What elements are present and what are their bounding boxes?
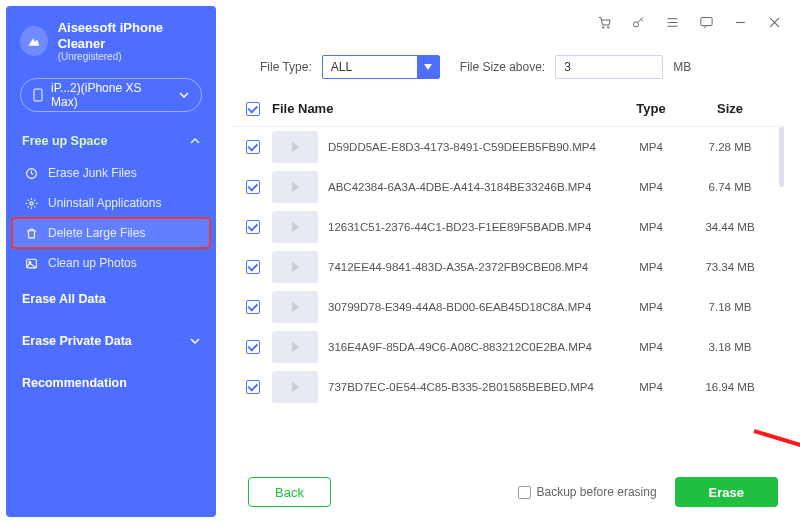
backup-checkbox[interactable]: Backup before erasing bbox=[518, 485, 657, 499]
file-size: 3.18 MB bbox=[686, 341, 774, 353]
feedback-icon[interactable] bbox=[698, 14, 714, 30]
file-size: 7.28 MB bbox=[686, 141, 774, 153]
row-checkbox[interactable] bbox=[246, 340, 260, 354]
row-checkbox[interactable] bbox=[246, 220, 260, 234]
scrollbar[interactable] bbox=[779, 127, 784, 187]
file-type: MP4 bbox=[616, 261, 686, 273]
table-header: File Name Type Size bbox=[230, 93, 786, 127]
window-controls bbox=[596, 14, 782, 30]
file-list: D59DD5AE-E8D3-4173-8491-C59DEEB5FB90.MP4… bbox=[230, 127, 786, 437]
table-row[interactable]: 30799D78-E349-44A8-BD00-6EAB45D18C8A.MP4… bbox=[230, 287, 786, 327]
trash-icon bbox=[24, 226, 38, 240]
image-icon bbox=[24, 256, 38, 270]
file-size-unit: MB bbox=[673, 60, 691, 74]
file-type: MP4 bbox=[616, 181, 686, 193]
row-checkbox[interactable] bbox=[246, 180, 260, 194]
file-type-label: File Type: bbox=[260, 60, 312, 74]
clock-icon bbox=[24, 166, 38, 180]
filter-bar: File Type: ALL File Size above: MB bbox=[230, 55, 786, 79]
close-icon[interactable] bbox=[766, 14, 782, 30]
section-free-up-space[interactable]: Free up Space bbox=[6, 124, 216, 158]
nav-recommendation[interactable]: Recommendation bbox=[6, 362, 216, 404]
row-checkbox[interactable] bbox=[246, 260, 260, 274]
video-thumbnail bbox=[272, 371, 318, 403]
sidebar: Aiseesoft iPhone Cleaner (Unregistered) … bbox=[6, 6, 216, 517]
nav-erase-all-data[interactable]: Erase All Data bbox=[6, 278, 216, 320]
nav-clean-up-photos[interactable]: Clean up Photos bbox=[6, 248, 216, 278]
file-size: 7.18 MB bbox=[686, 301, 774, 313]
menu-icon[interactable] bbox=[664, 14, 680, 30]
video-thumbnail bbox=[272, 131, 318, 163]
file-type: MP4 bbox=[616, 221, 686, 233]
device-label: iP...2)(iPhone XS Max) bbox=[51, 81, 171, 109]
minimize-icon[interactable] bbox=[732, 14, 748, 30]
row-checkbox[interactable] bbox=[246, 140, 260, 154]
table-row[interactable]: 7412EE44-9841-483D-A35A-2372FB9CBE08.MP4… bbox=[230, 247, 786, 287]
table-row[interactable]: 737BD7EC-0E54-4C85-B335-2B01585BEBED.MP4… bbox=[230, 367, 786, 407]
file-type: MP4 bbox=[616, 301, 686, 313]
key-icon[interactable] bbox=[630, 14, 646, 30]
svg-point-5 bbox=[602, 26, 604, 28]
file-name: 30799D78-E349-44A8-BD00-6EAB45D18C8A.MP4 bbox=[328, 301, 591, 313]
file-size: 6.74 MB bbox=[686, 181, 774, 193]
file-size: 16.94 MB bbox=[686, 381, 774, 393]
header-type: Type bbox=[616, 101, 686, 116]
checkbox-icon bbox=[518, 486, 531, 499]
file-size-label: File Size above: bbox=[460, 60, 545, 74]
footer-bar: Back Backup before erasing Erase bbox=[230, 477, 786, 507]
chevron-up-icon bbox=[190, 138, 200, 144]
file-name: 737BD7EC-0E54-4C85-B335-2B01585BEBED.MP4 bbox=[328, 381, 594, 393]
header-size: Size bbox=[686, 101, 774, 116]
header-filename: File Name bbox=[270, 101, 616, 116]
nav-erase-junk-files[interactable]: Erase Junk Files bbox=[6, 158, 216, 188]
nav-erase-private-data[interactable]: Erase Private Data bbox=[6, 320, 216, 362]
svg-rect-8 bbox=[700, 17, 711, 25]
main-panel: File Type: ALL File Size above: MB File … bbox=[230, 55, 786, 511]
app-subtitle: (Unregistered) bbox=[58, 51, 202, 62]
file-type-select[interactable]: ALL bbox=[322, 55, 440, 79]
nav-uninstall-applications[interactable]: Uninstall Applications bbox=[6, 188, 216, 218]
nav-delete-large-files[interactable]: Delete Large Files bbox=[12, 218, 210, 248]
svg-point-2 bbox=[29, 202, 32, 205]
chevron-down-icon bbox=[190, 338, 200, 344]
file-size-input[interactable] bbox=[555, 55, 663, 79]
file-name: 7412EE44-9841-483D-A35A-2372FB9CBE08.MP4 bbox=[328, 261, 588, 273]
table-row[interactable]: 12631C51-2376-44C1-BD23-F1EE89F5BADB.MP4… bbox=[230, 207, 786, 247]
gear-icon bbox=[24, 196, 38, 210]
select-all-checkbox[interactable] bbox=[246, 102, 260, 116]
video-thumbnail bbox=[272, 211, 318, 243]
video-thumbnail bbox=[272, 331, 318, 363]
file-type: MP4 bbox=[616, 341, 686, 353]
svg-rect-0 bbox=[34, 89, 42, 101]
video-thumbnail bbox=[272, 251, 318, 283]
app-title: Aiseesoft iPhone Cleaner bbox=[58, 20, 202, 51]
device-selector[interactable]: iP...2)(iPhone XS Max) bbox=[20, 78, 202, 112]
file-name: D59DD5AE-E8D3-4173-8491-C59DEEB5FB90.MP4 bbox=[328, 141, 596, 153]
video-thumbnail bbox=[272, 171, 318, 203]
file-type: MP4 bbox=[616, 141, 686, 153]
svg-line-10 bbox=[754, 431, 800, 471]
brand: Aiseesoft iPhone Cleaner (Unregistered) bbox=[6, 6, 216, 66]
app-icon bbox=[20, 26, 48, 56]
cart-icon[interactable] bbox=[596, 14, 612, 30]
back-button[interactable]: Back bbox=[248, 477, 331, 507]
file-name: 12631C51-2376-44C1-BD23-F1EE89F5BADB.MP4 bbox=[328, 221, 591, 233]
table-row[interactable]: ABC42384-6A3A-4DBE-A414-3184BE33246B.MP4… bbox=[230, 167, 786, 207]
file-name: 316E4A9F-85DA-49C6-A08C-883212C0E2BA.MP4 bbox=[328, 341, 592, 353]
erase-button[interactable]: Erase bbox=[675, 477, 778, 507]
file-size: 73.34 MB bbox=[686, 261, 774, 273]
dropdown-icon bbox=[417, 56, 439, 78]
file-name: ABC42384-6A3A-4DBE-A414-3184BE33246B.MP4 bbox=[328, 181, 591, 193]
table-row[interactable]: 316E4A9F-85DA-49C6-A08C-883212C0E2BA.MP4… bbox=[230, 327, 786, 367]
file-type: MP4 bbox=[616, 381, 686, 393]
table-row[interactable]: D59DD5AE-E8D3-4173-8491-C59DEEB5FB90.MP4… bbox=[230, 127, 786, 167]
svg-point-6 bbox=[607, 26, 609, 28]
row-checkbox[interactable] bbox=[246, 380, 260, 394]
svg-point-7 bbox=[633, 21, 638, 26]
row-checkbox[interactable] bbox=[246, 300, 260, 314]
chevron-down-icon bbox=[179, 92, 189, 98]
file-size: 34.44 MB bbox=[686, 221, 774, 233]
video-thumbnail bbox=[272, 291, 318, 323]
